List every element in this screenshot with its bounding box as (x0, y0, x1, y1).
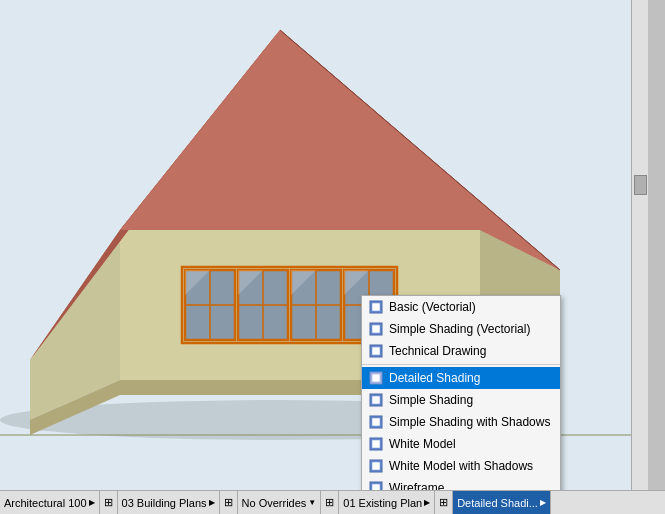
status-icon-btn-4[interactable]: ⊞ (435, 491, 453, 514)
svg-rect-42 (372, 418, 380, 426)
white-model-icon (368, 436, 384, 452)
status-shading-label: Detailed Shadi... (457, 497, 538, 509)
status-icon-3: ⊞ (325, 496, 334, 509)
menu-item-wireframe-label: Wireframe (389, 481, 444, 490)
status-view-label: Architectural 100 (4, 497, 87, 509)
wireframe-icon (368, 480, 384, 490)
menu-item-white-model-shadows-label: White Model with Shadows (389, 459, 533, 473)
svg-rect-48 (372, 484, 380, 490)
right-scrollbar[interactable] (631, 0, 648, 490)
detailed-shading-icon (368, 370, 384, 386)
scrollbar-thumb[interactable] (634, 175, 647, 195)
menu-item-white-model-shadows[interactable]: White Model with Shadows (362, 455, 560, 477)
menu-item-simple-shading[interactable]: Simple Shading (362, 389, 560, 411)
status-icon-btn-1[interactable]: ⊞ (100, 491, 118, 514)
menu-separator-1 (362, 364, 560, 365)
svg-rect-36 (372, 347, 380, 355)
svg-rect-38 (372, 374, 380, 382)
status-view-arrow: ▶ (89, 498, 95, 507)
svg-rect-40 (372, 396, 380, 404)
menu-item-simple-shading-vectorial-label: Simple Shading (Vectorial) (389, 322, 530, 336)
menu-item-basic-vectorial-label: Basic (Vectorial) (389, 300, 476, 314)
status-icon-btn-2[interactable]: ⊞ (220, 491, 238, 514)
simple-shading-shadows-icon (368, 414, 384, 430)
menu-item-white-model[interactable]: White Model (362, 433, 560, 455)
status-icon-4: ⊞ (439, 496, 448, 509)
status-overrides-item[interactable]: No Overrides ▼ (238, 491, 322, 514)
svg-rect-34 (372, 325, 380, 333)
status-plan-label: 01 Existing Plan (343, 497, 422, 509)
menu-item-technical-drawing[interactable]: Technical Drawing (362, 340, 560, 362)
status-plan-arrow: ▶ (424, 498, 430, 507)
status-view-item[interactable]: Architectural 100 ▶ (0, 491, 100, 514)
status-floor-item[interactable]: 03 Building Plans ▶ (118, 491, 220, 514)
main-viewport: Basic (Vectorial) Simple Shading (Vector… (0, 0, 648, 490)
menu-item-simple-shading-label: Simple Shading (389, 393, 473, 407)
simple-shading-icon (368, 392, 384, 408)
status-shading-item[interactable]: Detailed Shadi... ▶ (453, 491, 551, 514)
menu-item-detailed-shading[interactable]: Detailed Shading (362, 367, 560, 389)
status-icon-2: ⊞ (224, 496, 233, 509)
status-overrides-label: No Overrides (242, 497, 307, 509)
status-bar: Architectural 100 ▶ ⊞ 03 Building Plans … (0, 490, 665, 514)
svg-rect-32 (372, 303, 380, 311)
status-shading-arrow: ▶ (540, 498, 546, 507)
dropdown-menu: Basic (Vectorial) Simple Shading (Vector… (361, 295, 561, 490)
white-model-shadows-icon (368, 458, 384, 474)
menu-item-simple-shading-shadows[interactable]: Simple Shading with Shadows (362, 411, 560, 433)
status-floor-arrow: ▶ (209, 498, 215, 507)
menu-item-detailed-shading-label: Detailed Shading (389, 371, 480, 385)
menu-item-simple-shading-vectorial[interactable]: Simple Shading (Vectorial) (362, 318, 560, 340)
menu-item-wireframe[interactable]: Wireframe (362, 477, 560, 490)
menu-item-technical-drawing-label: Technical Drawing (389, 344, 486, 358)
status-overrides-arrow: ▼ (308, 498, 316, 507)
svg-rect-44 (372, 440, 380, 448)
menu-item-basic-vectorial[interactable]: Basic (Vectorial) (362, 296, 560, 318)
status-icon-1: ⊞ (104, 496, 113, 509)
basic-vectorial-icon (368, 299, 384, 315)
menu-item-white-model-label: White Model (389, 437, 456, 451)
simple-shading-vectorial-icon (368, 321, 384, 337)
status-plan-item[interactable]: 01 Existing Plan ▶ (339, 491, 435, 514)
svg-rect-46 (372, 462, 380, 470)
status-floor-label: 03 Building Plans (122, 497, 207, 509)
technical-drawing-icon (368, 343, 384, 359)
status-icon-btn-3[interactable]: ⊞ (321, 491, 339, 514)
menu-item-simple-shading-shadows-label: Simple Shading with Shadows (389, 415, 550, 429)
